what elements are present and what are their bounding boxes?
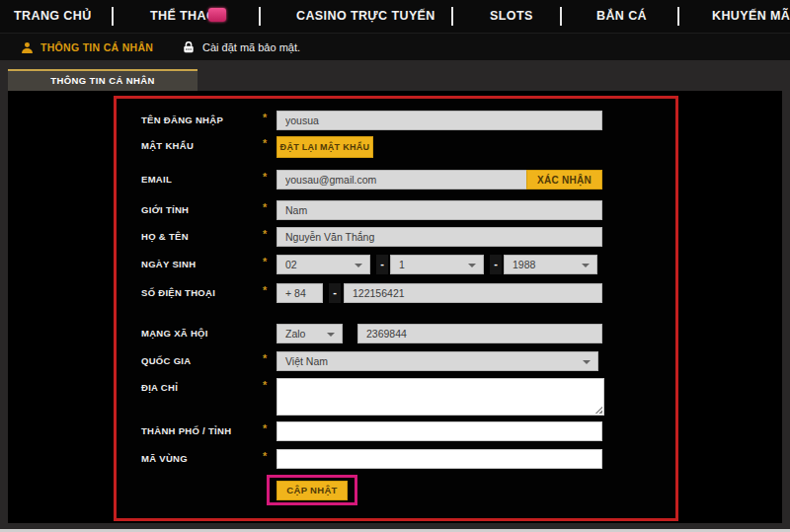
password-label: MẬT KHẨU (141, 136, 194, 156)
subnav-profile-label: THÔNG TIN CÁ NHÂN (40, 41, 153, 53)
update-button[interactable]: CẬP NHẬT (276, 481, 348, 500)
chevron-down-icon (583, 360, 591, 364)
row-email: EMAIL * XÁC NHẬN (117, 170, 675, 191)
country-code-box[interactable]: + 84 (276, 283, 323, 303)
country-code-value: + 84 (285, 284, 306, 302)
gender-input[interactable] (276, 200, 602, 220)
nav-separator (259, 7, 261, 26)
fullname-label: HỌ & TÊN (141, 227, 189, 247)
phone-separator: - (329, 283, 341, 303)
row-username: TÊN ĐĂNG NHẬP * (117, 111, 675, 132)
required-mark: * (263, 450, 267, 462)
nav-item-fishing[interactable]: BẮN CÁ (596, 0, 647, 33)
user-icon (21, 41, 34, 54)
required-mark: * (263, 422, 267, 434)
username-input[interactable] (276, 111, 602, 130)
nav-separator (451, 7, 453, 26)
nav-item-slots[interactable]: SLOTS (490, 0, 533, 33)
required-mark: * (263, 284, 267, 296)
phone-label: SỐ ĐIỆN THOẠI (141, 283, 215, 303)
country-label: QUỐC GIA (141, 351, 191, 371)
row-fullname: HỌ & TÊN * (117, 227, 675, 249)
social-network-select[interactable]: Zalo (276, 324, 343, 343)
row-country: QUỐC GIA * Việt Nam (117, 351, 675, 373)
subnav-security-label: Cài đặt mã bảo mật. (202, 41, 300, 53)
row-city: THÀNH PHỐ / TỈNH * (117, 421, 675, 443)
lock-icon (182, 40, 196, 54)
required-mark: * (263, 137, 267, 149)
sub-navigation: THÔNG TIN CÁ NHÂN Cài đặt mã bảo mật. (0, 33, 790, 60)
row-gender: GIỚI TÍNH * (117, 200, 675, 222)
chevron-down-icon (468, 264, 476, 267)
required-mark: * (263, 112, 267, 123)
date-separator: - (490, 255, 502, 274)
chevron-down-icon (327, 333, 335, 337)
address-textarea[interactable] (276, 378, 604, 416)
required-mark: * (263, 256, 267, 267)
nav-item-casino[interactable]: CASINO TRỰC TUYẾN (296, 0, 435, 33)
birth-month-select[interactable]: 1 (390, 255, 484, 274)
gender-label: GIỚI TÍNH (141, 200, 189, 220)
zipcode-label: MÃ VÙNG (141, 449, 188, 469)
zipcode-input[interactable] (276, 449, 602, 469)
chevron-down-icon (355, 264, 362, 267)
tab-personal-info[interactable]: THÔNG TIN CÁ NHÂN (8, 71, 198, 91)
date-separator: - (376, 255, 388, 274)
row-address: ĐỊA CHỈ * (117, 378, 675, 418)
required-mark: * (263, 352, 267, 364)
phone-input[interactable] (344, 283, 602, 303)
required-mark: * (263, 379, 267, 391)
birth-month-value: 1 (399, 256, 405, 273)
nav-separator (560, 7, 562, 26)
required-mark: * (263, 171, 267, 183)
subnav-item-profile[interactable]: THÔNG TIN CÁ NHÂN (21, 34, 153, 61)
email-label: EMAIL (141, 170, 172, 190)
social-network-value: Zalo (285, 325, 305, 342)
username-label: TÊN ĐĂNG NHẬP (141, 111, 223, 130)
birth-day-select[interactable]: 02 (276, 255, 370, 274)
row-birthdate: NGÀY SINH * 02 - 1 - 1988 (117, 255, 675, 276)
fullname-input[interactable] (276, 227, 602, 247)
country-select[interactable]: Việt Nam (276, 351, 598, 371)
hot-badge-icon (208, 8, 226, 22)
city-label: THÀNH PHỐ / TỈNH (141, 421, 231, 441)
social-label: MẠNG XÃ HỘI (141, 324, 208, 343)
verify-email-button[interactable]: XÁC NHẬN (526, 170, 602, 190)
birth-day-value: 02 (285, 256, 297, 273)
subnav-item-security-pin[interactable]: Cài đặt mã bảo mật. (182, 34, 300, 61)
nav-item-sports[interactable]: THỂ THAO (150, 0, 216, 33)
row-phone: SỐ ĐIỆN THOẠI * + 84 - (117, 283, 675, 305)
nav-item-home[interactable]: TRANG CHỦ (14, 0, 92, 33)
reset-password-button[interactable]: ĐẶT LẠI MẬT KHẨU (276, 136, 373, 158)
row-social: MẠNG XÃ HỘI Zalo (117, 324, 675, 345)
required-mark: * (263, 228, 267, 240)
social-id-input[interactable] (357, 324, 602, 343)
birthdate-label: NGÀY SINH (141, 255, 196, 274)
country-value: Việt Nam (285, 352, 328, 370)
row-password: MẬT KHẨU * ĐẶT LẠI MẬT KHẨU (117, 136, 675, 158)
nav-separator (112, 7, 114, 26)
submit-highlight-box: CẬP NHẬT (267, 475, 357, 505)
birth-year-select[interactable]: 1988 (504, 255, 597, 274)
address-label: ĐỊA CHỈ (141, 378, 178, 398)
chevron-down-icon (582, 264, 590, 267)
nav-item-promotions[interactable]: KHUYẾN MÃI (712, 0, 790, 33)
row-zipcode: MÃ VÙNG * (117, 449, 675, 471)
required-mark: * (263, 201, 267, 213)
page: TRANG CHỦ THỂ THAO CASINO TRỰC TUYẾN SLO… (0, 0, 790, 532)
profile-form-panel: TÊN ĐĂNG NHẬP * MẬT KHẨU * ĐẶT LẠI MẬT K… (114, 96, 678, 521)
top-navigation: TRANG CHỦ THỂ THAO CASINO TRỰC TUYẾN SLO… (0, 0, 790, 33)
nav-separator (677, 7, 679, 26)
city-input[interactable] (276, 421, 602, 441)
birth-year-value: 1988 (513, 256, 535, 273)
